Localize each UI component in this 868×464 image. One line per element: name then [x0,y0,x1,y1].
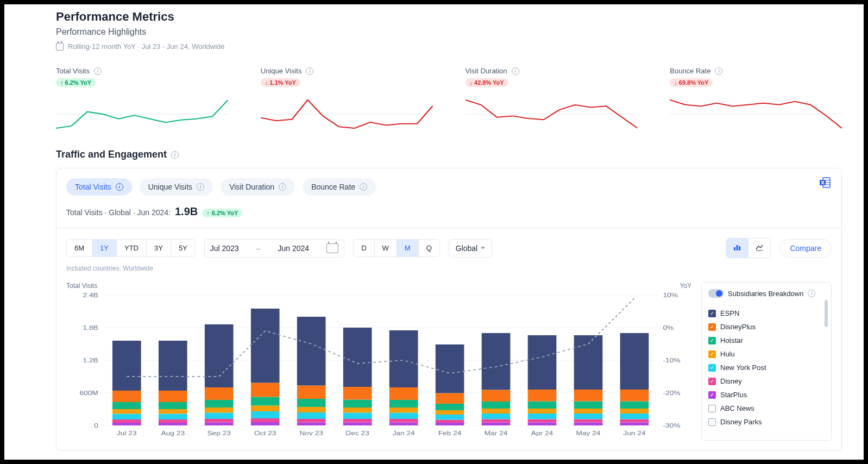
metric-change-badge: ↓ 69.8% YoY [670,78,713,87]
svg-rect-84 [436,423,464,425]
svg-rect-96 [482,402,511,409]
svg-rect-72 [343,400,372,408]
metric-label: Bounce Rate [670,67,710,75]
info-icon[interactable]: i [715,67,722,75]
timerange-segment: 6M1YYTD3Y5Y [66,239,196,257]
legend-item-disneyplus[interactable]: ✓DisneyPlus [708,320,825,334]
checkbox-icon: ✓ [708,378,716,385]
page-title: Performance Metrics [56,10,842,24]
tab-bounce-rate[interactable]: Bounce Rate i [303,178,376,196]
info-icon[interactable]: i [512,67,519,75]
svg-text:Jul 23: Jul 23 [117,430,137,436]
range-5Y[interactable]: 5Y [171,240,195,256]
region-value: Global [456,244,477,253]
grain-Q[interactable]: Q [419,240,439,256]
svg-text:Feb 24: Feb 24 [438,430,462,436]
range-1Y[interactable]: 1Y [92,240,117,256]
info-icon[interactable]: i [171,151,179,159]
svg-rect-56 [251,397,280,406]
legend-item-hulu[interactable]: ✓Hulu [708,347,825,361]
range-6M[interactable]: 6M [67,240,92,256]
legend-item-disney-parks[interactable]: Disney Parks [708,415,825,429]
svg-rect-113 [574,390,603,402]
svg-rect-36 [159,423,187,425]
metric-card-2: Visit Durationi ↓ 42.8% YoY [466,67,638,133]
svg-rect-73 [343,387,372,400]
svg-rect-9 [734,247,735,250]
section-title-text: Traffic and Engagement [56,149,167,160]
range-3Y[interactable]: 3Y [147,240,171,256]
info-icon: i [116,183,123,191]
svg-rect-90 [436,344,464,393]
chart-y2-title: YoY [680,282,691,292]
svg-rect-116 [620,423,649,426]
legend-item-disney[interactable]: ✓Disney [708,374,825,388]
info-icon[interactable]: i [94,67,102,75]
svg-rect-53 [251,418,280,422]
svg-text:Oct 23: Oct 23 [254,430,276,436]
svg-rect-10 [737,245,738,250]
grain-W[interactable]: W [375,240,397,256]
granularity-segment: DWMQ [353,239,440,257]
svg-rect-78 [389,413,418,419]
bar-chart-icon[interactable] [726,239,749,258]
svg-rect-93 [482,419,511,423]
date-range-picker[interactable]: Jul 2023 – Jun 2024 [204,239,344,258]
metric-sparkline [466,98,638,130]
legend-item-abc-news[interactable]: ABC News [708,402,825,415]
svg-text:Jun 24: Jun 24 [623,430,645,436]
legend-label: Disney Parks [720,418,762,426]
subsidiaries-toggle[interactable] [708,289,724,298]
svg-rect-29 [112,419,141,423]
tab-total-visits[interactable]: Total Visits i [66,178,132,196]
svg-text:600M: 600M [79,390,98,396]
svg-rect-60 [297,423,326,426]
stat-value: 1.9B [175,205,198,218]
svg-text:-20%: -20% [663,390,680,396]
checkbox-icon: ✓ [708,391,716,399]
svg-text:-10%: -10% [663,357,680,363]
grain-M[interactable]: M [397,240,419,256]
legend-label: Disney [720,377,742,385]
legend-item-espn[interactable]: ✓ESPN [708,306,825,320]
legend-scrollbar[interactable] [825,300,828,327]
svg-rect-77 [389,419,418,423]
metric-label: Unique Visits [261,67,302,75]
svg-rect-81 [389,387,418,400]
tab-visit-duration[interactable]: Visit Duration i [221,178,295,196]
info-icon[interactable]: i [808,290,815,297]
line-chart-icon[interactable] [749,239,770,258]
svg-rect-30 [112,414,141,420]
tab-unique-visits[interactable]: Unique Visits i [140,178,213,196]
svg-text:Nov 23: Nov 23 [299,430,323,436]
region-dropdown[interactable]: Global [449,239,492,258]
svg-rect-40 [159,402,187,409]
grain-D[interactable]: D [354,240,374,256]
svg-text:2.4B: 2.4B [83,292,98,298]
calendar-icon [326,243,338,253]
checkbox-icon: ✓ [708,350,716,358]
svg-rect-102 [528,413,557,419]
svg-rect-89 [436,393,464,404]
export-excel-icon[interactable] [819,176,832,189]
svg-rect-98 [482,333,511,390]
range-YTD[interactable]: YTD [117,240,147,256]
svg-rect-69 [343,419,372,423]
legend-item-new-york-post[interactable]: ✓New York Post [708,361,825,374]
metric-change-badge: ↓ 1.1% YoY [261,78,300,87]
legend-item-hotstar[interactable]: ✓Hotstar [708,334,825,347]
legend-item-starplus[interactable]: ✓StarPlus [708,388,825,402]
legend-label: StarPlus [720,391,747,399]
svg-rect-63 [297,407,326,412]
info-icon: i [360,183,367,191]
compare-button[interactable]: Compare [779,239,832,258]
svg-rect-46 [205,413,234,419]
svg-rect-85 [436,420,464,423]
svg-rect-79 [389,407,418,413]
svg-rect-119 [620,409,649,413]
info-icon[interactable]: i [306,67,313,75]
metric-card-3: Bounce Ratei ↓ 69.8% YoY [670,67,842,133]
metric-sparkline [670,98,842,130]
page-subtitle: Performance Highlights [56,27,842,37]
legend-label: New York Post [720,363,766,372]
